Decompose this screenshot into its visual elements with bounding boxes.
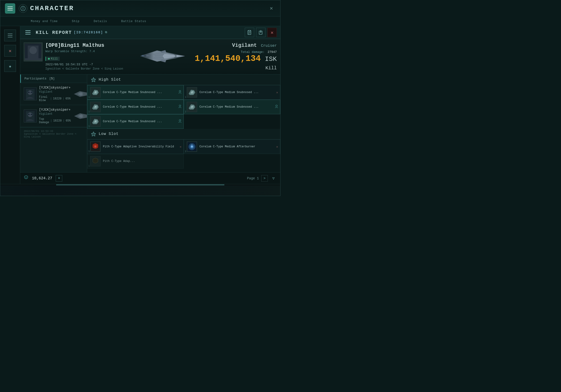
slot-name-1: Corelum C-Type Medium Snubnosed ... [103, 90, 162, 95]
svg-point-64 [179, 105, 181, 107]
add-button[interactable]: + [56, 175, 62, 182]
participant-ship-1: Vigilant [39, 90, 70, 94]
character-icon [19, 4, 27, 13]
kill-date: 2022/08/01 16:54:33 UTC -7 [45, 63, 123, 66]
svg-rect-2 [8, 34, 12, 34]
svg-rect-47 [24, 110, 36, 111]
slot-img-low-1 [90, 142, 101, 152]
participant-stats-2: Top Damage | 18220 | 65% [39, 118, 71, 124]
participant-name-2: [YJCK]skysniper+ [39, 108, 71, 112]
content-area: ✕ ★ KILL REPORT [ID:7428160] [0, 26, 280, 184]
svg-point-17 [31, 49, 32, 51]
slot-img-low-2 [187, 142, 197, 152]
low-slot-title: Low Slot [99, 132, 119, 136]
svg-rect-3 [8, 35, 12, 36]
slot-name-4: Corelum C-Type Medium Snubnosed ... [199, 105, 259, 109]
svg-point-58 [95, 91, 96, 93]
char-name: [OP8]Bing11 Malthus [45, 43, 123, 48]
scrollbar [0, 184, 280, 185]
slot-low-1: 1 Pith C-Type Adaptive Invulnerability F… [87, 139, 184, 154]
svg-rect-9 [248, 30, 250, 31]
tab-details[interactable]: Details [87, 17, 114, 26]
svg-point-27 [143, 55, 146, 56]
kill-location: Ignoitton < Gallente Border Zone < Sinq … [45, 67, 123, 70]
low-slot-header: Low Slot [87, 129, 280, 139]
left-sidebar: ✕ ★ [0, 26, 20, 184]
high-slot-icon [91, 77, 96, 83]
svg-rect-4 [8, 37, 12, 37]
svg-marker-31 [161, 50, 166, 53]
sidebar-btn-star[interactable]: ★ [4, 60, 16, 72]
sidebar-btn-x[interactable]: ✕ [4, 45, 16, 57]
slot-low-3: 1 Pith C-Type Adap... [87, 154, 184, 168]
svg-rect-38 [24, 88, 26, 100]
svg-rect-5 [25, 30, 31, 31]
slot-pilot-icon-3 [178, 105, 182, 109]
scrollbar-thumb[interactable] [56, 184, 224, 185]
shield-icon [24, 175, 28, 181]
char-subtitle: Warp Scramble Strength: 7.4 [45, 50, 123, 53]
avatar-section: [OP8]Bing11 Malthus Warp Scramble Streng… [24, 43, 123, 71]
svg-rect-22 [39, 46, 41, 58]
slot-x-low-2: ✕ [276, 145, 278, 149]
kr-title: KILL REPORT [ID:7428160] ⧉ [36, 30, 108, 35]
slot-img-2 [187, 87, 197, 98]
slot-high-3: 1 Corelum C-Type Medium Snubnosed ... [87, 100, 184, 114]
avatar [24, 43, 43, 61]
next-page-button[interactable]: > [261, 175, 268, 182]
slot-name-low-1: Pith C-Type Adaptive Invulnerability Fie… [103, 145, 174, 149]
kill-info: [OP8]Bing11 Malthus Warp Scramble Streng… [20, 39, 280, 75]
slot-low-2: 1 Corelu [184, 139, 280, 154]
participant-ship-2: Vigilant [39, 112, 71, 116]
tab-money[interactable]: Money and Time [24, 17, 65, 26]
participant-item-1: [YJCK]skysniper+ Vigilant Final Blow | 1… [20, 83, 87, 105]
slot-name-low-3: Pith C-Type Adap... [103, 159, 135, 163]
isk-display: 1,141,540,134 ISK [195, 54, 277, 64]
participants-header: Participants [5] [20, 75, 87, 83]
high-slot-title: High Slot [99, 77, 121, 82]
export-button[interactable] [256, 28, 265, 37]
copy-icon[interactable]: ⧉ [105, 31, 108, 34]
ship-image-area [135, 44, 186, 69]
slot-pilot-icon-1 [178, 90, 182, 95]
low-slot-icon [91, 131, 96, 137]
svg-point-66 [191, 106, 193, 107]
slot-img-5 [90, 116, 101, 127]
bottom-amount: 10,624.27 [32, 176, 52, 181]
svg-point-67 [276, 105, 278, 107]
slot-high-4: 1 Corelum C-Type Medium Snubnosed ... [184, 100, 280, 114]
bottom-bar: 10,624.27 + Page 1 > ▽ [20, 172, 280, 184]
svg-point-59 [179, 90, 181, 92]
kill-meta: 2022/08/01 16:54:33 UTC -7 Ignoitton < G… [45, 63, 123, 70]
bottom-right: Page 1 > ▽ [247, 175, 277, 182]
footer-date-overlay: 2022/08/01 16:54:33 Ignoitton < Gallente… [20, 127, 87, 141]
participant-item-2: [YJCK]skysniper+ Vigilant Top Damage | 1… [20, 105, 87, 127]
title-area: CHARACTER [19, 4, 74, 13]
svg-point-63 [95, 106, 96, 107]
svg-rect-7 [25, 34, 31, 34]
right-info: Vigilant Cruiser Total damage: 27947 1,1… [195, 43, 277, 71]
slot-pilot-icon-4 [275, 105, 278, 109]
participant-info-2: [YJCK]skysniper+ Vigilant Top Damage | 1… [39, 108, 71, 124]
svg-rect-40 [27, 91, 30, 93]
top-bar: CHARACTER ✕ [0, 0, 280, 17]
kr-actions: ✕ [245, 28, 277, 37]
slot-img-4 [187, 102, 197, 112]
svg-marker-55 [91, 77, 96, 82]
tab-ship[interactable]: Ship [65, 17, 87, 26]
close-main-button[interactable]: ✕ [267, 4, 276, 13]
sidebar-btn-menu[interactable] [4, 30, 16, 41]
svg-rect-19 [27, 56, 39, 60]
kr-close-button[interactable]: ✕ [267, 28, 277, 37]
tab-battle[interactable]: Battle Status [114, 17, 153, 26]
kr-menu-btn[interactable] [24, 28, 32, 37]
svg-point-1 [22, 7, 24, 9]
clipboard-button[interactable] [245, 28, 254, 37]
svg-point-16 [30, 47, 36, 53]
main-split: Participants [5] [20, 75, 280, 172]
filter-button[interactable]: ▽ [270, 175, 277, 182]
high-slot-header: High Slot [87, 75, 280, 85]
slot-high-5: 1 Corelum C-Type Medium Snubnosed ... [87, 114, 184, 129]
participant-ship-img-1 [73, 89, 87, 99]
menu-button[interactable] [5, 3, 15, 14]
